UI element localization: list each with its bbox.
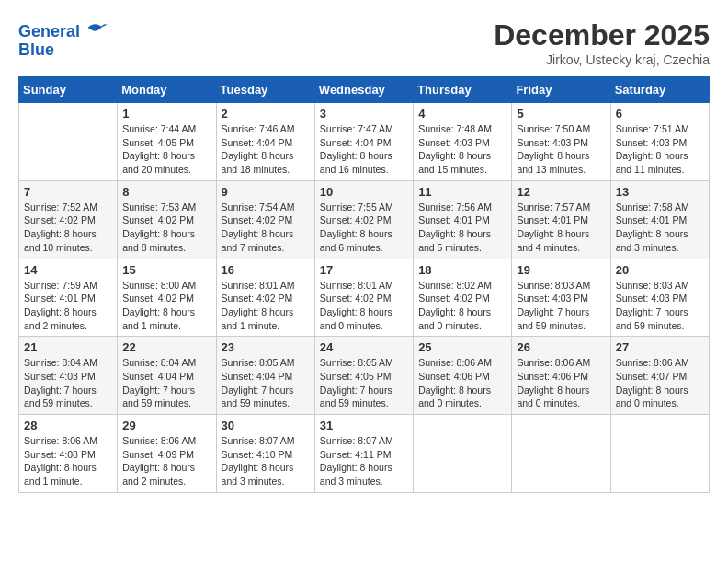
day-number: 6 xyxy=(616,107,704,121)
calendar-cell: 11Sunrise: 7:56 AM Sunset: 4:01 PM Dayli… xyxy=(414,180,512,259)
calendar-cell: 3Sunrise: 7:47 AM Sunset: 4:04 PM Daylig… xyxy=(314,103,413,181)
day-number: 24 xyxy=(320,340,408,354)
calendar-cell: 2Sunrise: 7:46 AM Sunset: 4:04 PM Daylig… xyxy=(216,103,314,181)
weekday-header-thursday: Thursday xyxy=(414,77,512,103)
day-info: Sunrise: 8:03 AM Sunset: 4:03 PM Dayligh… xyxy=(616,279,704,333)
calendar-cell: 31Sunrise: 8:07 AM Sunset: 4:11 PM Dayli… xyxy=(314,415,413,493)
day-number: 28 xyxy=(24,419,112,432)
calendar-cell: 5Sunrise: 7:50 AM Sunset: 4:03 PM Daylig… xyxy=(512,103,610,181)
day-info: Sunrise: 7:54 AM Sunset: 4:02 PM Dayligh… xyxy=(222,201,310,255)
calendar-cell: 23Sunrise: 8:05 AM Sunset: 4:04 PM Dayli… xyxy=(216,337,314,415)
weekday-header-monday: Monday xyxy=(118,77,216,103)
day-info: Sunrise: 8:07 AM Sunset: 4:11 PM Dayligh… xyxy=(320,434,408,488)
calendar-cell: 30Sunrise: 8:07 AM Sunset: 4:10 PM Dayli… xyxy=(216,415,314,493)
weekday-header-row: SundayMondayTuesdayWednesdayThursdayFrid… xyxy=(19,77,710,103)
page-header: General Blue December 2025 Jirkov, Ustec… xyxy=(18,18,710,67)
day-number: 29 xyxy=(122,419,210,432)
day-number: 14 xyxy=(24,263,112,277)
day-number: 30 xyxy=(222,419,310,432)
calendar-cell: 6Sunrise: 7:51 AM Sunset: 4:03 PM Daylig… xyxy=(610,103,709,181)
calendar-week-row: 7Sunrise: 7:52 AM Sunset: 4:02 PM Daylig… xyxy=(19,180,710,259)
calendar-week-row: 21Sunrise: 8:04 AM Sunset: 4:03 PM Dayli… xyxy=(19,337,710,415)
calendar-cell: 27Sunrise: 8:06 AM Sunset: 4:07 PM Dayli… xyxy=(610,337,709,415)
calendar-cell: 7Sunrise: 7:52 AM Sunset: 4:02 PM Daylig… xyxy=(19,180,118,259)
calendar-cell: 17Sunrise: 8:01 AM Sunset: 4:02 PM Dayli… xyxy=(314,259,413,337)
calendar-cell: 29Sunrise: 8:06 AM Sunset: 4:09 PM Dayli… xyxy=(118,415,216,493)
day-number: 20 xyxy=(616,263,704,277)
day-info: Sunrise: 7:55 AM Sunset: 4:02 PM Dayligh… xyxy=(320,201,408,255)
calendar-cell xyxy=(414,415,512,493)
day-number: 4 xyxy=(418,107,506,121)
day-number: 10 xyxy=(320,185,408,199)
calendar-cell xyxy=(19,103,118,181)
day-info: Sunrise: 7:47 AM Sunset: 4:04 PM Dayligh… xyxy=(320,122,408,177)
day-number: 1 xyxy=(122,107,210,121)
calendar-week-row: 1Sunrise: 7:44 AM Sunset: 4:05 PM Daylig… xyxy=(19,103,710,181)
calendar-header: SundayMondayTuesdayWednesdayThursdayFrid… xyxy=(19,77,710,103)
calendar-cell: 8Sunrise: 7:53 AM Sunset: 4:02 PM Daylig… xyxy=(118,180,216,259)
weekday-header-saturday: Saturday xyxy=(610,77,709,103)
day-number: 27 xyxy=(616,340,704,354)
weekday-header-sunday: Sunday xyxy=(19,77,118,103)
calendar-cell: 22Sunrise: 8:04 AM Sunset: 4:04 PM Dayli… xyxy=(118,337,216,415)
day-info: Sunrise: 8:05 AM Sunset: 4:05 PM Dayligh… xyxy=(320,356,408,410)
location: Jirkov, Ustecky kraj, Czechia xyxy=(494,52,710,67)
calendar-cell: 26Sunrise: 8:06 AM Sunset: 4:06 PM Dayli… xyxy=(512,337,610,415)
day-number: 31 xyxy=(320,419,408,432)
day-info: Sunrise: 8:06 AM Sunset: 4:06 PM Dayligh… xyxy=(418,356,506,410)
day-info: Sunrise: 7:56 AM Sunset: 4:01 PM Dayligh… xyxy=(418,201,506,255)
day-number: 2 xyxy=(222,107,310,121)
day-info: Sunrise: 7:53 AM Sunset: 4:02 PM Dayligh… xyxy=(122,201,210,255)
day-info: Sunrise: 7:57 AM Sunset: 4:01 PM Dayligh… xyxy=(517,201,605,255)
logo-general: General xyxy=(18,22,80,40)
calendar-body: 1Sunrise: 7:44 AM Sunset: 4:05 PM Daylig… xyxy=(19,103,710,493)
calendar-cell xyxy=(512,415,610,493)
calendar-cell: 4Sunrise: 7:48 AM Sunset: 4:03 PM Daylig… xyxy=(414,103,512,181)
day-number: 17 xyxy=(320,263,408,277)
day-number: 21 xyxy=(24,340,112,354)
day-info: Sunrise: 8:05 AM Sunset: 4:04 PM Dayligh… xyxy=(222,356,310,410)
calendar-cell: 15Sunrise: 8:00 AM Sunset: 4:02 PM Dayli… xyxy=(118,259,216,337)
calendar-cell: 1Sunrise: 7:44 AM Sunset: 4:05 PM Daylig… xyxy=(118,103,216,181)
day-number: 12 xyxy=(517,185,605,199)
calendar-cell: 21Sunrise: 8:04 AM Sunset: 4:03 PM Dayli… xyxy=(19,337,118,415)
day-number: 25 xyxy=(418,340,506,354)
day-info: Sunrise: 8:02 AM Sunset: 4:02 PM Dayligh… xyxy=(418,279,506,333)
day-info: Sunrise: 7:51 AM Sunset: 4:03 PM Dayligh… xyxy=(616,122,704,177)
day-info: Sunrise: 7:48 AM Sunset: 4:03 PM Dayligh… xyxy=(418,122,506,177)
day-number: 7 xyxy=(24,185,112,199)
calendar-week-row: 28Sunrise: 8:06 AM Sunset: 4:08 PM Dayli… xyxy=(19,415,710,493)
day-number: 8 xyxy=(122,185,210,199)
day-info: Sunrise: 7:52 AM Sunset: 4:02 PM Dayligh… xyxy=(24,201,112,255)
calendar-cell: 10Sunrise: 7:55 AM Sunset: 4:02 PM Dayli… xyxy=(314,180,413,259)
calendar-cell xyxy=(610,415,709,493)
calendar-cell: 25Sunrise: 8:06 AM Sunset: 4:06 PM Dayli… xyxy=(414,337,512,415)
day-number: 5 xyxy=(517,107,605,121)
day-info: Sunrise: 8:01 AM Sunset: 4:02 PM Dayligh… xyxy=(320,279,408,333)
day-info: Sunrise: 8:06 AM Sunset: 4:09 PM Dayligh… xyxy=(122,434,210,488)
calendar-cell: 16Sunrise: 8:01 AM Sunset: 4:02 PM Dayli… xyxy=(216,259,314,337)
day-number: 16 xyxy=(222,263,310,277)
calendar-cell: 9Sunrise: 7:54 AM Sunset: 4:02 PM Daylig… xyxy=(216,180,314,259)
day-info: Sunrise: 8:04 AM Sunset: 4:04 PM Dayligh… xyxy=(122,356,210,410)
day-number: 11 xyxy=(418,185,506,199)
day-number: 9 xyxy=(222,185,310,199)
day-info: Sunrise: 7:50 AM Sunset: 4:03 PM Dayligh… xyxy=(517,122,605,177)
calendar-cell: 28Sunrise: 8:06 AM Sunset: 4:08 PM Dayli… xyxy=(19,415,118,493)
calendar-cell: 20Sunrise: 8:03 AM Sunset: 4:03 PM Dayli… xyxy=(610,259,709,337)
day-number: 15 xyxy=(122,263,210,277)
calendar-table: SundayMondayTuesdayWednesdayThursdayFrid… xyxy=(18,76,710,493)
calendar-cell: 13Sunrise: 7:58 AM Sunset: 4:01 PM Dayli… xyxy=(610,180,709,259)
day-number: 26 xyxy=(517,340,605,354)
day-info: Sunrise: 8:04 AM Sunset: 4:03 PM Dayligh… xyxy=(24,356,112,410)
logo-bird-icon xyxy=(86,18,108,37)
day-info: Sunrise: 8:06 AM Sunset: 4:06 PM Dayligh… xyxy=(517,356,605,410)
logo-blue: Blue xyxy=(18,40,54,59)
day-number: 19 xyxy=(517,263,605,277)
calendar-cell: 19Sunrise: 8:03 AM Sunset: 4:03 PM Dayli… xyxy=(512,259,610,337)
weekday-header-tuesday: Tuesday xyxy=(216,77,314,103)
logo: General Blue xyxy=(18,18,108,60)
day-info: Sunrise: 7:58 AM Sunset: 4:01 PM Dayligh… xyxy=(616,201,704,255)
calendar-cell: 24Sunrise: 8:05 AM Sunset: 4:05 PM Dayli… xyxy=(314,337,413,415)
day-info: Sunrise: 8:03 AM Sunset: 4:03 PM Dayligh… xyxy=(517,279,605,333)
